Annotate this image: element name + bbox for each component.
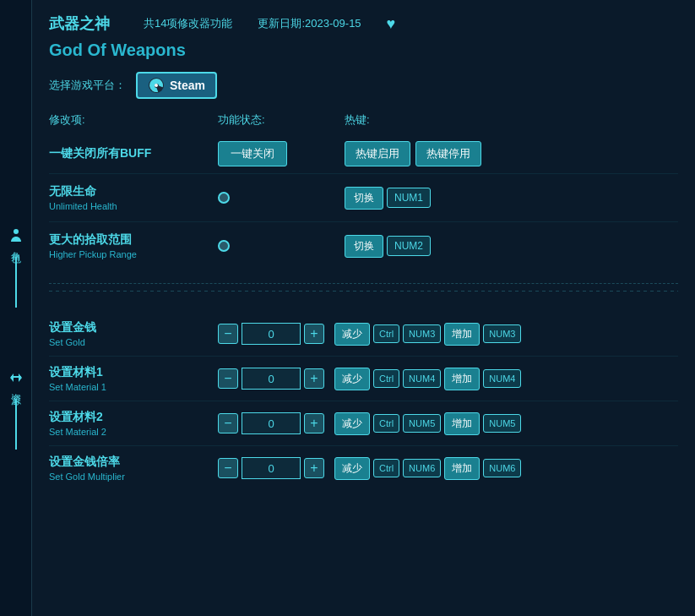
section-separator: [49, 291, 678, 292]
resource-item-3-hotkey: 减少 Ctrl NUM6 增加 NUM6: [334, 457, 521, 480]
resource-item-0-en: Set Gold: [49, 337, 218, 347]
meta-date: 更新日期:2023-09-15: [258, 16, 361, 31]
header-meta: 共14项修改器功能 更新日期:2023-09-15 ♥: [144, 15, 395, 33]
oneclick-row: 一键关闭所有BUFF 一键关闭 热键启用 热键停用: [49, 134, 678, 173]
sidebar-label-resources: 资源: [8, 385, 23, 389]
character-section: 一键关闭所有BUFF 一键关闭 热键启用 热键停用 无限生命 Unlimited…: [49, 134, 678, 284]
resource-item-1-key2: NUM4: [403, 369, 441, 388]
resource-item-2-key3: NUM5: [483, 414, 521, 433]
char-item-1-switch-btn[interactable]: 切换: [345, 235, 383, 258]
char-item-1-toggle[interactable]: [218, 240, 230, 252]
game-title-cn: 武器之神: [49, 14, 110, 34]
sidebar: 角色 资源: [0, 0, 32, 616]
resource-item-2-minus[interactable]: −: [218, 413, 238, 433]
resource-item-3-ctrl: Ctrl: [373, 459, 399, 477]
resource-item-1-ctrl: Ctrl: [373, 369, 399, 388]
resource-item-3-controls: − +: [218, 457, 324, 479]
resource-item-3-minus[interactable]: −: [218, 458, 238, 478]
resource-item-3-name: 设置金钱倍率 Set Gold Multiplier: [49, 455, 218, 482]
resource-item-2-decrease-btn[interactable]: 减少: [334, 412, 370, 435]
main-container: 角色 资源 武器之神 共14项修改器功能 更新日期:2023-09-15 ♥: [0, 0, 695, 616]
resource-item-1-plus[interactable]: +: [304, 368, 324, 389]
character-icon: [8, 228, 24, 243]
char-item-0-name-cn: 无限生命: [49, 184, 218, 199]
platform-row: 选择游戏平台： Steam: [49, 72, 678, 99]
content-area: 武器之神 共14项修改器功能 更新日期:2023-09-15 ♥ God Of …: [32, 0, 695, 616]
column-headers: 修改项: 功能状态: 热键:: [49, 112, 678, 128]
platform-label: 选择游戏平台：: [49, 78, 126, 93]
resources-section: 设置金钱 Set Gold − + 减少 Ctrl NUM3 增加 NUM3: [49, 298, 678, 490]
sidebar-divider-1: [15, 257, 17, 308]
char-item-0-switch-btn[interactable]: 切换: [345, 187, 383, 210]
steam-button[interactable]: Steam: [136, 72, 217, 99]
resource-item-2: 设置材料2 Set Material 2 − + 减少 Ctrl NUM5 增加…: [49, 401, 678, 445]
btn-close-all[interactable]: 一键关闭: [218, 141, 287, 166]
resource-item-3-key2: NUM6: [403, 459, 441, 477]
char-item-1-name-block: 更大的拾取范围 Higher Pickup Range: [49, 232, 218, 259]
game-title-en: God Of Weapons: [49, 41, 678, 60]
resource-item-2-ctrl: Ctrl: [373, 414, 399, 433]
resource-item-2-controls: − +: [218, 412, 324, 434]
resource-item-1-key3: NUM4: [483, 369, 521, 388]
char-item-0-toggle[interactable]: [218, 192, 230, 204]
resource-item-2-hotkey: 减少 Ctrl NUM5 增加 NUM5: [334, 412, 521, 435]
resource-item-2-cn: 设置材料2: [49, 410, 218, 425]
resource-item-1-decrease-btn[interactable]: 减少: [334, 368, 370, 390]
resource-item-0-hotkey: 减少 Ctrl NUM3 增加 NUM3: [334, 323, 521, 346]
resource-item-1-cn: 设置材料1: [49, 365, 218, 380]
resources-icon: [8, 370, 24, 385]
char-item-0-toggle-area: [218, 192, 345, 204]
col-header-mod: 修改项:: [49, 112, 218, 128]
resource-item-1-minus[interactable]: −: [218, 368, 238, 389]
resource-item-0-ctrl: Ctrl: [373, 324, 399, 343]
resource-item-2-key2: NUM5: [403, 414, 441, 433]
resource-item-0-key3: NUM3: [483, 324, 521, 343]
resource-item-3-increase-btn[interactable]: 增加: [444, 457, 480, 480]
resource-item-3-cn: 设置金钱倍率: [49, 455, 218, 470]
resource-item-3-input[interactable]: [242, 457, 301, 479]
col-header-status: 功能状态:: [218, 112, 345, 128]
resource-item-1-hotkey: 减少 Ctrl NUM4 增加 NUM4: [334, 368, 521, 390]
resource-item-0-plus[interactable]: +: [304, 324, 324, 344]
char-item-1-name-cn: 更大的拾取范围: [49, 232, 218, 248]
btn-hotkey-disable[interactable]: 热键停用: [415, 141, 481, 166]
char-item-0-name-block: 无限生命 Unlimited Health: [49, 184, 218, 211]
resource-item-1-name: 设置材料1 Set Material 1: [49, 365, 218, 392]
sidebar-divider-2: [15, 399, 17, 450]
char-item-0: 无限生命 Unlimited Health 切换 NUM1: [49, 173, 678, 221]
resource-item-0-input[interactable]: [242, 323, 301, 345]
favorite-icon[interactable]: ♥: [387, 15, 396, 33]
svg-point-0: [14, 229, 19, 234]
char-item-0-key-badge: NUM1: [387, 188, 431, 208]
steam-button-label: Steam: [170, 79, 205, 92]
resource-item-2-increase-btn[interactable]: 增加: [444, 412, 480, 435]
char-item-0-name-en: Unlimited Health: [49, 201, 218, 211]
col-header-hotkey: 热键:: [345, 112, 370, 128]
resource-item-3: 设置金钱倍率 Set Gold Multiplier − + 减少 Ctrl N…: [49, 445, 678, 490]
resource-item-0-cn: 设置金钱: [49, 320, 218, 335]
resource-item-1-input[interactable]: [242, 368, 301, 390]
resource-item-1-increase-btn[interactable]: 增加: [444, 368, 480, 390]
char-item-1: 更大的拾取范围 Higher Pickup Range 切换 NUM2: [49, 221, 678, 270]
char-item-1-hotkey: 切换 NUM2: [345, 235, 431, 258]
sidebar-section-resources: 资源: [8, 370, 24, 453]
oneclick-mod-name: 一键关闭所有BUFF: [49, 146, 218, 161]
sidebar-section-character: 角色: [8, 228, 24, 311]
resource-item-3-decrease-btn[interactable]: 减少: [334, 457, 370, 480]
resource-item-0-increase-btn[interactable]: 增加: [444, 323, 480, 346]
resource-item-0-name: 设置金钱 Set Gold: [49, 320, 218, 347]
resource-item-2-en: Set Material 2: [49, 427, 218, 437]
resource-item-2-name: 设置材料2 Set Material 2: [49, 410, 218, 437]
resource-item-1-en: Set Material 1: [49, 382, 218, 392]
resource-item-1-controls: − +: [218, 368, 324, 390]
meta-count: 共14项修改器功能: [144, 16, 232, 31]
resource-item-3-plus[interactable]: +: [304, 458, 324, 478]
char-item-1-name-en: Higher Pickup Range: [49, 249, 218, 259]
resource-item-0-decrease-btn[interactable]: 减少: [334, 323, 370, 346]
resource-item-2-input[interactable]: [242, 412, 301, 434]
btn-hotkey-enable[interactable]: 热键启用: [345, 141, 410, 166]
resource-item-0-minus[interactable]: −: [218, 324, 238, 344]
resource-item-2-plus[interactable]: +: [304, 413, 324, 433]
char-item-1-key-badge: NUM2: [387, 236, 431, 256]
svg-point-3: [155, 84, 158, 87]
